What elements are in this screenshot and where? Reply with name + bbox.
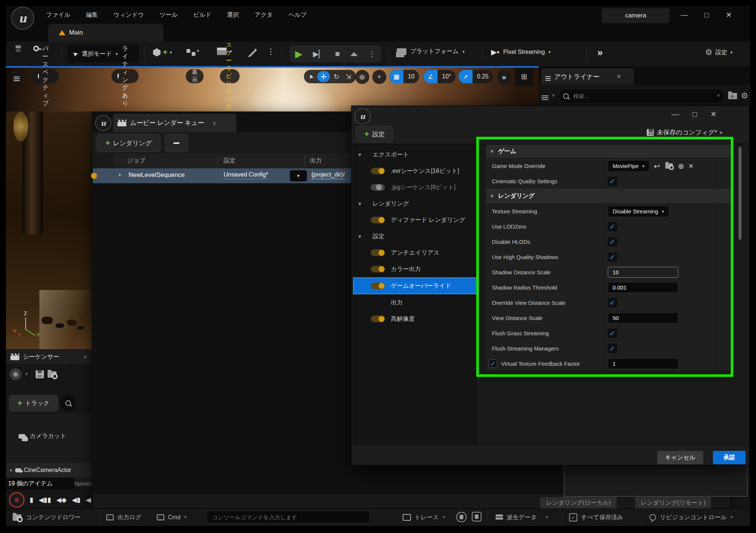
viewport-perspective-dropdown[interactable]: パースペクティブ — [32, 69, 59, 83]
camera-speed-overflow-icon[interactable]: » — [497, 70, 511, 84]
setting-toggle[interactable] — [371, 168, 385, 174]
menu-help[interactable]: ヘルプ — [288, 11, 307, 19]
jump-to-start-icon[interactable]: ◀▮▮ — [39, 496, 51, 504]
outliner-settings-icon[interactable]: ⚙ — [741, 91, 748, 101]
kebab-menu-icon[interactable]: ⋮ — [369, 49, 376, 58]
scale-tool-icon[interactable]: ⇲ — [343, 72, 354, 81]
add-actor-dropdown[interactable]: + ▾ — [153, 48, 172, 57]
setting-toggle[interactable] — [371, 249, 385, 256]
set-start-icon[interactable]: ▮ — [30, 496, 33, 504]
tree-item-game-overrides[interactable]: ゲームオーバーライド — [353, 277, 477, 294]
job-config-link[interactable]: Unsaved Config* — [224, 171, 268, 179]
previous-key-icon[interactable]: ◀◆ — [56, 496, 67, 504]
setting-toggle[interactable] — [371, 282, 385, 289]
tree-item-settings[interactable]: ▼ 設定 — [357, 229, 385, 244]
mrq-tab[interactable]: ムービー レンダー キュー x — [113, 114, 236, 132]
outliner-search[interactable]: ˅ — [558, 88, 724, 103]
play-icon[interactable]: ▶ — [295, 48, 302, 60]
rotate-tool-icon[interactable]: ↻ — [331, 72, 342, 81]
chevron-down-icon[interactable]: ˅ — [717, 93, 720, 98]
column-header-settings[interactable]: 設定 — [224, 157, 236, 165]
surface-snap-icon[interactable]: ⌖ — [372, 70, 386, 84]
chevron-down-icon[interactable]: ˅ — [552, 93, 555, 98]
shadow-radius-input[interactable]: 0.001 — [608, 282, 678, 293]
stop-icon[interactable]: ■ — [335, 49, 340, 59]
derived-data-dropdown[interactable]: 派生データ ˅ — [496, 511, 548, 524]
viewport-show-dropdown[interactable]: 表示 — [186, 69, 204, 83]
select-tool-icon[interactable]: ➤ — [306, 71, 316, 83]
step-back-icon[interactable]: ◀▮ — [72, 496, 81, 504]
expander-icon[interactable]: ▸ — [119, 172, 121, 177]
setting-toggle[interactable] — [371, 184, 385, 191]
menu-select[interactable]: 選択 — [226, 11, 240, 19]
add-setting-button[interactable]: + 設定 — [356, 126, 393, 142]
paint-brush-icon[interactable] — [248, 48, 257, 57]
outliner-tab[interactable]: アウトライナー ✕ — [541, 68, 634, 85]
move-tool-icon[interactable]: ✛ — [317, 71, 330, 82]
expander-icon[interactable]: ▼ — [357, 234, 362, 239]
sequencer-search-button[interactable] — [60, 395, 76, 411]
tree-item-high-res[interactable]: 高解像度 — [371, 311, 415, 326]
use-selected-asset-icon[interactable]: ↩ — [654, 162, 660, 171]
cmd-dropdown[interactable]: ›_ Cmd ˅ — [157, 511, 187, 524]
add-track-button[interactable]: + トラック — [9, 395, 58, 411]
tree-item-output[interactable]: 出力 — [391, 295, 403, 310]
console-input[interactable] — [207, 511, 370, 523]
checkbox-checked[interactable]: ✓ — [608, 329, 617, 338]
grid-snap-control[interactable]: ▦ 10 — [389, 70, 419, 83]
checkbox-checked[interactable]: ✓ — [608, 344, 617, 353]
rotation-snap-control[interactable]: ∠ 10° — [424, 70, 455, 83]
pixel-streaming-dropdown[interactable]: ▶▪ Pixel Streaming ▾ — [491, 48, 551, 56]
menu-edit[interactable]: 編集 — [85, 11, 99, 19]
scale-snap-control[interactable]: ↗ 0.25 — [458, 70, 493, 83]
trace-dropdown[interactable]: トレース ˅ — [403, 511, 445, 524]
output-log-button[interactable]: ›_ 出力ログ — [106, 511, 142, 524]
reverse-play-icon[interactable]: ◀ — [86, 496, 91, 504]
browse-icon[interactable] — [48, 371, 56, 378]
texture-streaming-dropdown[interactable]: Disable Streaming ▾ — [608, 206, 669, 217]
viewport-layout-icon[interactable]: ⊞ — [515, 68, 533, 85]
expander-icon[interactable]: ▼ — [357, 152, 362, 158]
titlebar-search-field[interactable]: camera — [602, 8, 669, 23]
tab-main-level[interactable]: Main — [48, 24, 163, 42]
setting-toggle[interactable] — [371, 217, 385, 223]
menu-actor[interactable]: アクタ — [254, 11, 273, 19]
column-header-job[interactable]: ジョブ — [127, 157, 145, 165]
tree-item-jpg[interactable]: .jpgシーケンス[8ビット] — [371, 180, 455, 195]
virtual-texture-input[interactable]: 1 — [608, 358, 678, 369]
platforms-dropdown[interactable]: プラットフォーム ▾ — [397, 48, 465, 55]
expander-icon[interactable]: ▾ — [10, 468, 12, 473]
setting-toggle[interactable] — [371, 266, 385, 272]
maximize-button[interactable]: □ — [699, 11, 714, 19]
record-icon[interactable] — [9, 492, 25, 508]
add-render-button[interactable]: + レンダリング — [97, 134, 160, 152]
column-header-output[interactable]: 出力 — [310, 157, 322, 165]
toolbar-overflow-icon[interactable]: » — [597, 47, 603, 58]
camera-cuts-track[interactable]: カメラカット — [19, 432, 66, 440]
checkbox-checked[interactable]: ✓ — [608, 237, 617, 246]
filter-icon[interactable] — [542, 96, 548, 96]
tree-item-rendering[interactable]: ▼ レンダリング — [357, 196, 409, 211]
settings-dropdown[interactable]: ⚙ 設定 ▾ — [705, 48, 733, 57]
setting-toggle[interactable] — [371, 316, 385, 322]
tree-item-exr[interactable]: .exrシーケンス[16ビット] — [371, 164, 459, 178]
checkbox-checked[interactable]: ✓ — [608, 252, 617, 262]
viewport-menu-button[interactable] — [10, 70, 24, 84]
insights-box-icon[interactable] — [472, 512, 481, 521]
job-output-path[interactable]: {project_dir}/ — [311, 171, 345, 179]
outliner-search-input[interactable] — [572, 93, 713, 100]
viewport-lit-dropdown[interactable]: ライティングあり — [111, 69, 139, 83]
checkbox-checked[interactable]: ✓ — [608, 298, 617, 307]
close-button[interactable]: ✕ — [710, 110, 717, 119]
browse-asset-icon[interactable] — [665, 163, 673, 168]
clear-asset-icon[interactable]: × — [689, 161, 694, 171]
maximize-button[interactable]: □ — [692, 110, 697, 119]
tree-item-deferred[interactable]: ディファード レンダリング — [371, 213, 465, 227]
tree-item-antialias[interactable]: アンチエイリアス — [371, 245, 439, 260]
section-header-game[interactable]: ▼ ゲーム — [486, 145, 730, 158]
checkbox-checked[interactable]: ✓ — [608, 222, 617, 231]
world-local-toggle-icon[interactable]: ⊕ — [355, 70, 369, 84]
render-remote-button[interactable]: レンダリング(リモート) — [635, 497, 711, 509]
create-folder-icon[interactable]: + — [728, 93, 737, 99]
revision-control-dropdown[interactable]: リビジョンコントロール ˅ — [649, 511, 733, 524]
